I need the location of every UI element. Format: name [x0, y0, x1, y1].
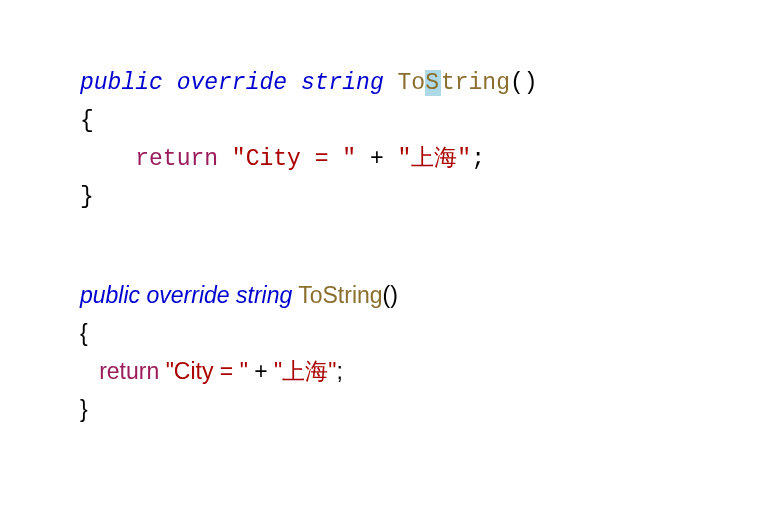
selection-highlight: S [425, 70, 441, 96]
close-brace-2: } [80, 396, 88, 422]
code-block-2: public override string ToString() { retu… [80, 277, 684, 429]
keyword-public-2: public [80, 282, 140, 308]
parens-1: () [510, 70, 538, 96]
method-to-part: To [398, 70, 426, 96]
open-brace-1: { [80, 108, 94, 134]
method-name-1: ToString [398, 70, 510, 96]
keyword-override-2: override [147, 282, 230, 308]
operator-plus-1: + [356, 146, 397, 172]
keyword-override-1: override [177, 70, 287, 96]
keyword-public-1: public [80, 70, 163, 96]
open-brace-2: { [80, 320, 88, 346]
method-name-2: ToString [298, 282, 382, 308]
method-tring-part: tring [441, 70, 510, 96]
string-literal-2a: "City = " [166, 358, 248, 384]
semicolon-1: ; [471, 146, 485, 172]
close-brace-1: } [80, 184, 94, 210]
return-keyword-1: return [135, 146, 218, 172]
semicolon-2: ; [336, 358, 342, 384]
string-literal-1a: "City = " [232, 146, 356, 172]
operator-plus-2: + [248, 358, 274, 384]
keyword-string-1: string [301, 70, 384, 96]
string-literal-2b: "上海" [274, 358, 336, 384]
string-literal-1b: "上海" [398, 146, 472, 172]
code-block-1: public override string ToString() { retu… [80, 65, 684, 217]
return-keyword-2: return [99, 358, 159, 384]
keyword-string-2: string [236, 282, 292, 308]
parens-2: () [383, 282, 398, 308]
code-container: public override string ToString() { retu… [0, 0, 764, 494]
